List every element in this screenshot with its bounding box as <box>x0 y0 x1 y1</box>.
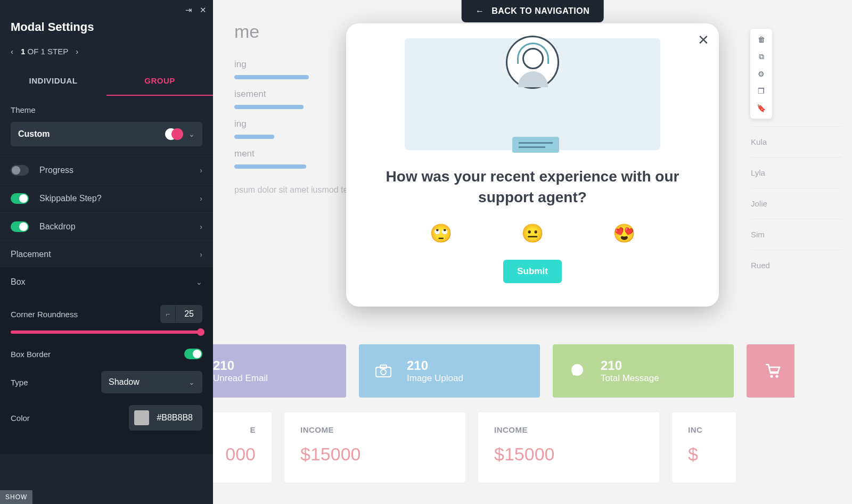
support-illustration <box>405 38 660 150</box>
theme-swatch-accent <box>171 128 183 140</box>
canvas: me ing isement ing ment psum dolor sit a… <box>213 0 852 504</box>
step-indicator: ‹ 1 OF 1 STEP › <box>0 43 213 67</box>
color-label: Color <box>11 414 30 423</box>
type-value: Shadow <box>109 377 140 387</box>
skippable-label: Skippable Step? <box>39 194 102 203</box>
corner-roundness-value: 25 <box>176 305 202 323</box>
box-label: Box <box>11 277 26 287</box>
skippable-toggle[interactable] <box>11 193 29 204</box>
close-icon[interactable]: ✕ <box>200 5 207 15</box>
row-box[interactable]: Box ⌄ <box>0 268 213 296</box>
row-placement[interactable]: Placement › <box>0 241 213 268</box>
chevron-right-icon: › <box>200 222 202 231</box>
chevron-down-icon: ⌄ <box>196 278 202 286</box>
row-progress[interactable]: Progress › <box>0 156 213 184</box>
duplicate-icon[interactable]: ❐ <box>752 82 770 100</box>
modal: ✕ How was your recent experience with ou… <box>346 23 719 307</box>
sidebar-title: Modal Settings <box>0 20 213 43</box>
corner-roundness-slider[interactable] <box>11 331 202 334</box>
row-skippable[interactable]: Skippable Step? › <box>0 184 213 212</box>
nameplate-icon <box>512 137 559 153</box>
chevron-right-icon: › <box>200 166 202 175</box>
back-to-navigation-button[interactable]: ← BACK TO NAVIGATION <box>462 0 604 22</box>
color-swatch <box>134 410 149 425</box>
tab-group[interactable]: GROUP <box>106 67 213 96</box>
theme-value: Custom <box>18 129 50 139</box>
tab-individual[interactable]: INDIVIDUAL <box>0 67 106 96</box>
arrow-left-icon: ← <box>476 6 485 16</box>
collapse-icon[interactable]: ⇥ <box>185 5 192 15</box>
close-icon[interactable]: ✕ <box>698 32 709 48</box>
backdrop-label: Backdrop <box>39 222 76 232</box>
chevron-right-icon: › <box>200 194 202 203</box>
rating-options: 🙄 😐 😍 <box>366 220 699 260</box>
box-border-label: Box Border <box>11 350 51 359</box>
chevron-down-icon: ⌄ <box>189 378 195 386</box>
rating-neutral[interactable]: 😐 <box>521 222 544 244</box>
slider-thumb[interactable] <box>197 328 204 336</box>
corner-roundness-input[interactable]: ⌐ 25 <box>160 305 202 323</box>
chevron-down-icon: ⌄ <box>189 130 195 138</box>
color-value: #B8B8B8 <box>157 413 193 423</box>
rating-good[interactable]: 😍 <box>613 222 635 244</box>
modal-title: How was your recent experience with our … <box>366 166 699 220</box>
progress-label: Progress <box>39 166 73 175</box>
type-select[interactable]: Shadow ⌄ <box>101 371 202 393</box>
chevron-left-icon[interactable]: ‹ <box>11 47 13 56</box>
settings-icon[interactable]: ⚙ <box>752 65 770 82</box>
theme-label: Theme <box>11 105 202 114</box>
settings-sidebar: ⇥ ✕ Modal Settings ‹ 1 OF 1 STEP › INDIV… <box>0 0 213 504</box>
box-panel: Corner Roundness ⌐ 25 Box Border Type Sh… <box>0 296 213 454</box>
rating-bad[interactable]: 🙄 <box>430 222 452 244</box>
backdrop-toggle[interactable] <box>11 221 29 232</box>
type-label: Type <box>11 378 28 387</box>
step-current: 1 <box>21 47 25 56</box>
theme-select[interactable]: Custom ⌄ <box>11 122 202 146</box>
color-input[interactable]: #B8B8B8 <box>129 405 202 431</box>
delete-icon[interactable]: 🗑 <box>752 31 770 48</box>
placement-label: Placement <box>11 250 51 259</box>
step-total: OF 1 STEP <box>28 47 69 56</box>
show-tab[interactable]: SHOW <box>0 490 32 504</box>
back-label: BACK TO NAVIGATION <box>491 6 589 16</box>
element-toolbar: 🗑 ⧉ ⚙ ❐ 🔖 <box>750 29 772 119</box>
bookmark-icon[interactable]: 🔖 <box>752 100 770 117</box>
submit-button[interactable]: Submit <box>503 260 562 283</box>
copy-icon[interactable]: ⧉ <box>752 48 770 65</box>
corner-icon: ⌐ <box>160 305 176 323</box>
row-backdrop[interactable]: Backdrop › <box>0 212 213 241</box>
chevron-right-icon: › <box>200 250 202 259</box>
box-border-toggle[interactable] <box>184 349 202 359</box>
avatar-icon <box>506 36 559 89</box>
chevron-right-icon[interactable]: › <box>76 47 78 56</box>
progress-toggle[interactable] <box>11 165 29 176</box>
corner-roundness-label: Corner Roundness <box>11 310 78 319</box>
